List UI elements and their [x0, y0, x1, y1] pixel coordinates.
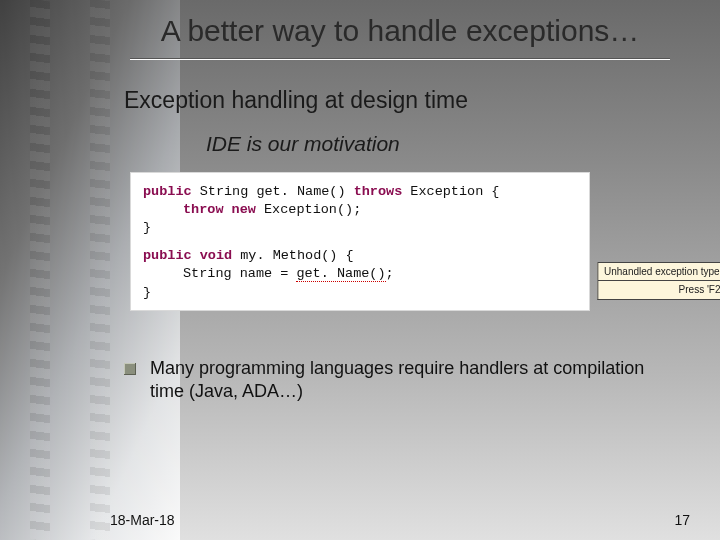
section-heading: Exception handling at design time — [124, 87, 680, 114]
footer-page-number: 17 — [674, 512, 690, 528]
code-text: Exception { — [402, 184, 499, 199]
code-text: Exception(); — [256, 202, 361, 217]
code-text: ; — [386, 266, 394, 281]
code-screenshot: public String get. Name() throws Excepti… — [130, 172, 590, 311]
tooltip-message: Unhandled exception type Exception — [597, 262, 720, 282]
footer-date: 18-Mar-18 — [110, 512, 175, 528]
motivation-text: IDE is our motivation — [206, 132, 680, 156]
code-keyword: throws — [354, 184, 403, 199]
code-keyword: public void — [143, 248, 232, 263]
error-tooltip: Unhandled exception type Exception Press… — [597, 262, 720, 300]
bullet-icon — [124, 363, 136, 375]
code-keyword: public — [143, 184, 192, 199]
code-text: } — [143, 220, 151, 235]
title-divider — [130, 58, 670, 59]
slide-footer: 18-Mar-18 17 — [110, 512, 690, 528]
code-error-underline: get. Name() — [296, 266, 385, 282]
tooltip-hint: Press 'F2' for focus. — [597, 281, 720, 300]
code-text: String get. Name() — [192, 184, 354, 199]
slide: A better way to handle exceptions… Excep… — [0, 0, 720, 540]
slide-title: A better way to handle exceptions… — [120, 12, 680, 58]
code-keyword: throw new — [183, 202, 256, 217]
bullet-text: Many programming languages require handl… — [150, 357, 680, 404]
bullet-item: Many programming languages require handl… — [124, 357, 680, 404]
code-text: my. Method() { — [232, 248, 354, 263]
code-text: String name = — [183, 266, 296, 281]
code-text: } — [143, 285, 151, 300]
